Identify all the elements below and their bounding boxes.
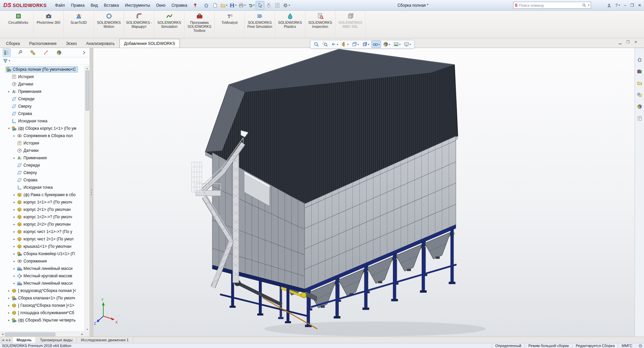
section-view-button[interactable]: ▾	[340, 41, 350, 48]
expand-arrow-icon[interactable]: ▸	[12, 274, 16, 278]
task-pane-view-palette-button[interactable]	[636, 91, 643, 99]
tree-item-box[interactable]: Сборка клапана<1> (По умолч	[11, 295, 77, 301]
command-tab[interactable]: Эскиз	[61, 39, 82, 48]
addin-flow-button[interactable]: SOLIDWORKS Flow Simulation	[245, 11, 275, 38]
tree-item-box[interactable]: История	[11, 74, 36, 80]
tree-item[interactable]: ▸(ф) Сборка5 Укрытие четверть	[0, 316, 85, 324]
building-model[interactable]	[192, 49, 486, 336]
menu-окно[interactable]: Окно	[153, 2, 168, 9]
tree-item[interactable]: Датчики	[0, 80, 85, 88]
tree-item-box[interactable]: Датчики	[16, 148, 41, 154]
new-document-button[interactable]	[211, 1, 219, 9]
command-tab[interactable]: Сборка	[1, 39, 24, 48]
tree-item[interactable]: Справа	[0, 110, 85, 117]
tree-item-box[interactable]: корпус чист 1<1>->? (По у	[16, 229, 74, 235]
panel-tab-featuremanager-tree[interactable]	[3, 49, 11, 57]
expand-arrow-icon[interactable]: ▸	[12, 245, 16, 248]
scroll-thumb[interactable]	[86, 70, 89, 111]
expand-arrow-icon[interactable]: ▸	[7, 296, 11, 300]
dropdown-caret-icon[interactable]: ▾	[235, 4, 236, 7]
dropdown-caret-icon[interactable]: ▾	[410, 43, 411, 46]
tree-item-box[interactable]: Сопряжения в Сборка пол	[16, 133, 75, 139]
file-properties-button[interactable]	[273, 1, 281, 9]
tree-item[interactable]: Спереди	[0, 162, 85, 169]
tree-item-box[interactable]: Местный линейный масси	[16, 280, 74, 286]
tree-item-box[interactable]: Сборка Конвейер U1<1> (П	[16, 251, 77, 257]
zoom-area-button[interactable]	[321, 41, 329, 48]
addin-photoview-button[interactable]: PhotoView 360	[34, 11, 64, 38]
user-account-icon[interactable]	[607, 3, 611, 8]
select-cursor-button[interactable]	[256, 1, 264, 9]
tree-item-box[interactable]: (ф) Сборка корпус 1<1> (По ум	[11, 125, 78, 131]
globe-icon[interactable]	[636, 344, 644, 348]
tree-item-box[interactable]: Исходная точка	[11, 118, 49, 124]
addin-toolbox-button[interactable]: Программа SOLIDWORKS Toolbox	[184, 11, 215, 38]
document-tab[interactable]: Модель	[13, 337, 36, 343]
tree-item[interactable]: ▸корпус 2<2> (По умолчан	[0, 221, 85, 228]
expand-arrow-icon[interactable]: ▸	[12, 215, 16, 219]
addin-simulation-button[interactable]: SOLIDWORKS Simulation	[154, 11, 184, 38]
tree-item-box[interactable]: Сверху	[11, 103, 34, 109]
tree-item-box[interactable]: корпус 1<2>->? (По умолч	[16, 214, 74, 220]
expand-arrow-icon[interactable]: ▸	[7, 318, 11, 322]
dropdown-caret-icon[interactable]: ▾	[389, 43, 390, 46]
tab-nav-button[interactable]: ◀	[5, 339, 7, 342]
tree-item[interactable]: ▸Сборка клапана<1> (По умолч	[0, 294, 85, 302]
task-pane-appearances-scenes-button[interactable]	[636, 103, 643, 110]
tree-item[interactable]: ▸крышка1<1> (По умолчан	[0, 243, 85, 250]
apply-scene-button[interactable]: ▾	[392, 41, 402, 48]
tree-item[interactable]: ▸AПримечания	[0, 88, 85, 95]
expand-arrow-icon[interactable]: ▸	[12, 230, 16, 233]
filter-caret-icon[interactable]: ▾	[9, 59, 10, 62]
filter-funnel-icon[interactable]	[3, 58, 8, 64]
expand-arrow-icon[interactable]: ▸	[7, 304, 11, 307]
tree-item[interactable]: Исходная точка	[0, 117, 85, 125]
expand-arrow-icon[interactable]: ▸	[12, 134, 16, 137]
tree-item[interactable]: Сборка полная (По умолчанию<С	[0, 66, 85, 73]
document-tab[interactable]: Трехмерные виды	[36, 337, 77, 343]
tree-item-box[interactable]: Местный линейный масси	[16, 266, 74, 272]
expand-arrow-icon[interactable]: ▸	[12, 156, 16, 160]
zoom-fit-button[interactable]	[312, 41, 320, 48]
tree-item-box[interactable]: Сверху	[16, 170, 39, 176]
tree-item[interactable]: ▸[ воздуховод^Сборка полная ]<	[0, 287, 85, 294]
tree-item[interactable]: История	[0, 73, 85, 80]
previous-view-button[interactable]: ▾	[330, 41, 339, 48]
tree-item-box[interactable]: корпус 1<1>->? (По умолч	[16, 199, 74, 205]
tree-item-box[interactable]: корпус чист 2<1> (По умол	[16, 236, 75, 242]
command-tab[interactable]: Расположение	[24, 39, 61, 48]
tree-item[interactable]: ▸Сопряжения в Сборка пол	[0, 132, 85, 139]
scroll-up-icon[interactable]: ▲	[86, 66, 89, 70]
panel-splitter[interactable]	[90, 48, 93, 337]
scroll-right-icon[interactable]: ▶	[80, 333, 85, 336]
expand-arrow-icon[interactable]: ▸	[7, 90, 11, 93]
expand-arrow-icon[interactable]: ▸	[12, 200, 16, 204]
task-pane-file-explorer-button[interactable]	[636, 79, 643, 87]
pin-menu-button[interactable]	[192, 2, 199, 9]
scroll-left-icon[interactable]: ◀	[0, 333, 5, 336]
command-tab[interactable]: Добавления SOLIDWORKS	[119, 39, 180, 48]
search-icon[interactable]	[582, 3, 586, 7]
menu-правка[interactable]: Правка	[68, 2, 88, 9]
tree-item[interactable]: ▸корпус 1<2>->? (По умолч	[0, 213, 85, 221]
tab-nav-button[interactable]: |◀	[1, 339, 4, 342]
minimize-button[interactable]: –	[624, 3, 626, 8]
tree-item[interactable]: ▸Местный круговой массив	[0, 272, 85, 280]
restore-button[interactable]: ❐	[630, 3, 634, 8]
hide-show-items-button[interactable]: ▾	[371, 41, 381, 48]
tree-item-box[interactable]: Справа	[16, 177, 39, 183]
expand-arrow-icon[interactable]: ▸	[12, 252, 16, 255]
edit-appearance-button[interactable]: ▾	[382, 41, 391, 48]
expand-arrow-icon[interactable]: ▸	[7, 289, 11, 292]
tree-item[interactable]: ▸[ площадка обслуживания^Сб	[0, 309, 85, 316]
tree-item-box[interactable]: [ площадка обслуживания^Сб	[11, 310, 76, 316]
doc-minimize-button[interactable]: ▁	[619, 40, 621, 44]
tree-item[interactable]: Сверху	[0, 103, 85, 110]
panel-tab-configurationmanager[interactable]	[29, 49, 37, 57]
display-style-button[interactable]: ▾	[361, 41, 371, 48]
tree-item-box[interactable]: крышка1<1> (По умолчан	[16, 243, 73, 249]
dropdown-caret-icon[interactable]: ▾	[226, 4, 227, 7]
tree-item-box[interactable]: Справа	[11, 111, 34, 117]
view-settings-button[interactable]: ▾	[402, 41, 412, 48]
help-button[interactable]: ?▾	[615, 3, 620, 8]
